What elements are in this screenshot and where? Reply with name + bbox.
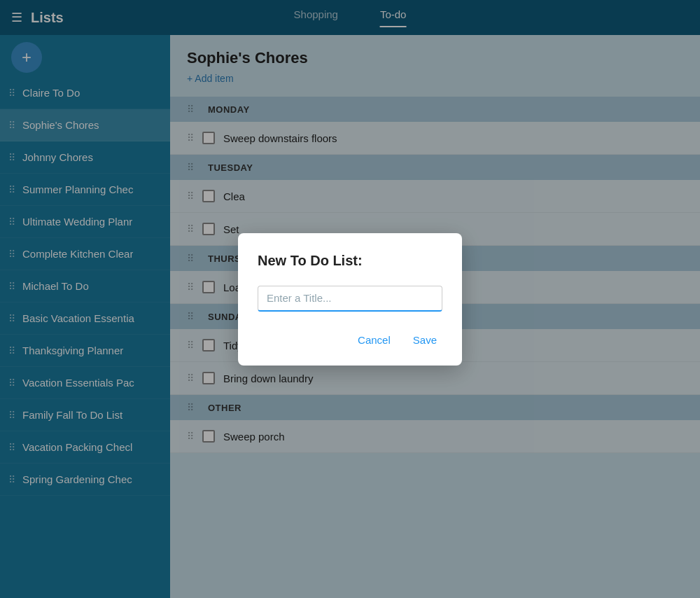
modal-title: New To Do List:	[258, 253, 442, 269]
modal-actions: Cancel Save	[258, 331, 442, 349]
new-list-modal: New To Do List: Cancel Save	[238, 233, 462, 366]
modal-overlay: New To Do List: Cancel Save	[0, 0, 700, 598]
save-button[interactable]: Save	[407, 331, 442, 349]
modal-input-wrapper	[258, 286, 442, 312]
cancel-button[interactable]: Cancel	[352, 331, 396, 349]
title-input[interactable]	[267, 292, 433, 304]
